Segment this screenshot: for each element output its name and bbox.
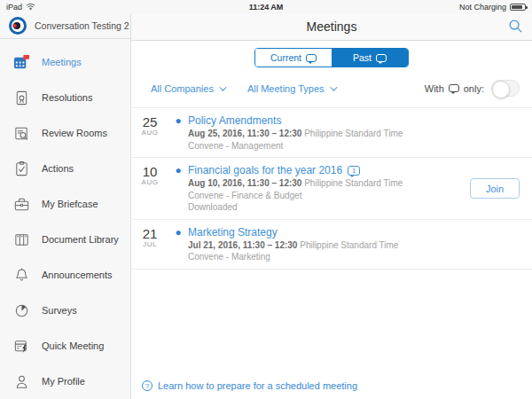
tab-current[interactable]: Current — [255, 49, 332, 66]
only-label: only: — [464, 83, 484, 94]
convene-logo-icon — [9, 17, 27, 35]
comment-count-bubble-icon: 1 — [348, 166, 360, 176]
chat-bubble-icon — [449, 84, 459, 92]
library-icon — [13, 231, 30, 248]
meeting-title-link[interactable]: Financial goals for the year 2016 1 — [188, 164, 470, 177]
tab-past[interactable]: Past — [332, 49, 408, 66]
meeting-body: Financial goals for the year 2016 1 Aug … — [188, 164, 470, 214]
help-question-icon: ? — [142, 380, 153, 391]
calendar-bolt-icon — [13, 338, 30, 355]
sidebar-item-label: Document Library — [42, 234, 119, 245]
wifi-icon — [26, 3, 35, 11]
clock: 11:24 AM — [249, 3, 284, 12]
sidebar-item-label: Surveys — [42, 305, 77, 316]
nav-bar: Meetings — [131, 13, 532, 41]
all-meeting-types-filter[interactable]: All Meeting Types — [247, 83, 335, 94]
sidebar-item-label: Quick Meeting — [42, 340, 104, 351]
content-panel: Meetings Current Past — [131, 13, 532, 399]
meeting-row[interactable]: 10 AUG ● Financial goals for the year 20… — [131, 158, 532, 220]
help-link[interactable]: ? Learn how to prepare for a scheduled m… — [142, 380, 357, 391]
meeting-datetime: Jul 21, 2016, 11:30 – 12:30 Philippine S… — [188, 239, 532, 252]
sidebar-item-review-rooms[interactable]: Review Rooms — [0, 115, 130, 151]
search-button[interactable] — [508, 19, 523, 34]
current-past-segmented-control: Current Past — [254, 48, 409, 67]
content-body: Current Past All Companies All — [131, 41, 532, 399]
workspace-name: Conversation Testing 2 — [35, 20, 129, 31]
status-bar: iPad 11:24 AM Not Charging — [0, 0, 532, 13]
page-title: Meetings — [307, 20, 357, 34]
meeting-title: Marketing Strategy — [188, 226, 278, 239]
document-seal-icon — [13, 90, 30, 106]
all-meeting-types-label: All Meeting Types — [247, 83, 325, 94]
meeting-group: Convene - Marketing — [188, 251, 532, 263]
unread-dot-icon: ● — [168, 226, 188, 239]
sidebar: Conversation Testing 2 Meetings — [0, 13, 131, 399]
person-icon — [13, 373, 30, 390]
calendar-badge-icon — [13, 54, 30, 71]
meeting-day: 21 — [131, 227, 168, 240]
clipboard-check-icon — [13, 160, 30, 177]
unread-dot-icon: ● — [168, 164, 188, 177]
download-status: Downloaded — [188, 201, 470, 214]
meeting-datetime: Aug 10, 2016, 11:30 – 12:30 Philippine S… — [188, 177, 470, 190]
sidebar-item-announcements[interactable]: Announcements — [0, 257, 130, 293]
sidebar-item-label: Actions — [42, 163, 74, 174]
pie-chart-icon — [13, 302, 30, 319]
meeting-title: Financial goals for the year 2016 — [188, 164, 342, 177]
carrier-label: iPad — [6, 3, 22, 12]
chevron-down-icon — [330, 83, 337, 90]
tab-past-label: Past — [353, 52, 372, 63]
meeting-body: Marketing Strategy Jul 21, 2016, 11:30 –… — [188, 226, 532, 263]
briefcase-icon — [13, 196, 30, 213]
all-companies-label: All Companies — [151, 83, 214, 94]
meeting-title: Policy Amendments — [188, 114, 281, 128]
unread-dot-icon: ● — [168, 114, 188, 128]
app-window: iPad 11:24 AM Not Charging Conversation … — [0, 0, 532, 399]
battery-label: Not Charging — [459, 3, 506, 12]
meeting-day: 25 — [131, 115, 168, 129]
sidebar-item-meetings[interactable]: Meetings — [0, 44, 130, 80]
filter-row: All Companies All Meeting Types With onl… — [151, 80, 520, 97]
meeting-datetime: Aug 25, 2016, 11:30 – 12:30 Philippine S… — [188, 128, 532, 140]
meeting-month: AUG — [131, 129, 168, 137]
search-icon — [508, 19, 523, 34]
sidebar-item-resolutions[interactable]: Resolutions — [0, 80, 130, 115]
sidebar-item-label: My Briefcase — [42, 199, 98, 209]
meeting-list: 25 AUG ● Policy Amendments Aug 25, 2016,… — [131, 107, 532, 270]
meeting-row[interactable]: 25 AUG ● Policy Amendments Aug 25, 2016,… — [131, 107, 532, 158]
chat-bubble-icon — [376, 54, 387, 62]
workspace-header[interactable]: Conversation Testing 2 — [0, 13, 130, 39]
sidebar-item-label: Meetings — [42, 57, 82, 67]
with-chat-only-control: With only: — [425, 80, 520, 97]
meeting-month: AUG — [131, 178, 168, 186]
meeting-body: Policy Amendments Aug 25, 2016, 11:30 – … — [188, 114, 532, 152]
sidebar-item-surveys[interactable]: Surveys — [0, 293, 130, 328]
with-label: With — [425, 83, 444, 94]
meeting-row[interactable]: 21 JUL ● Marketing Strategy Jul 21, 2016… — [131, 220, 532, 270]
chat-bubble-icon — [306, 54, 317, 62]
sidebar-item-my-briefcase[interactable]: My Briefcase — [0, 186, 130, 222]
sidebar-item-my-profile[interactable]: My Profile — [0, 364, 130, 399]
help-link-label: Learn how to prepare for a scheduled mee… — [158, 380, 357, 391]
meeting-date: 25 AUG — [131, 114, 168, 137]
meeting-title-link[interactable]: Policy Amendments — [188, 114, 532, 128]
with-chat-only-toggle[interactable] — [491, 80, 520, 97]
meeting-day: 10 — [131, 165, 168, 178]
all-companies-filter[interactable]: All Companies — [151, 83, 224, 94]
meeting-group: Convene - Management — [188, 140, 532, 153]
meeting-date: 21 JUL — [131, 226, 168, 248]
sidebar-item-document-library[interactable]: Document Library — [0, 222, 130, 257]
sidebar-item-label: Announcements — [42, 270, 113, 280]
meeting-title-link[interactable]: Marketing Strategy — [188, 226, 532, 239]
tab-current-label: Current — [270, 52, 301, 63]
chevron-down-icon — [219, 83, 226, 90]
meeting-date: 10 AUG — [131, 164, 168, 186]
battery-icon — [510, 4, 526, 11]
meeting-month: JUL — [131, 240, 168, 248]
sidebar-item-quick-meeting[interactable]: Quick Meeting — [0, 328, 130, 364]
sidebar-item-label: My Profile — [42, 376, 85, 387]
join-button[interactable]: Join — [470, 178, 520, 199]
document-magnifier-icon — [13, 125, 30, 142]
bell-icon — [13, 267, 30, 284]
sidebar-item-actions[interactable]: Actions — [0, 151, 130, 186]
